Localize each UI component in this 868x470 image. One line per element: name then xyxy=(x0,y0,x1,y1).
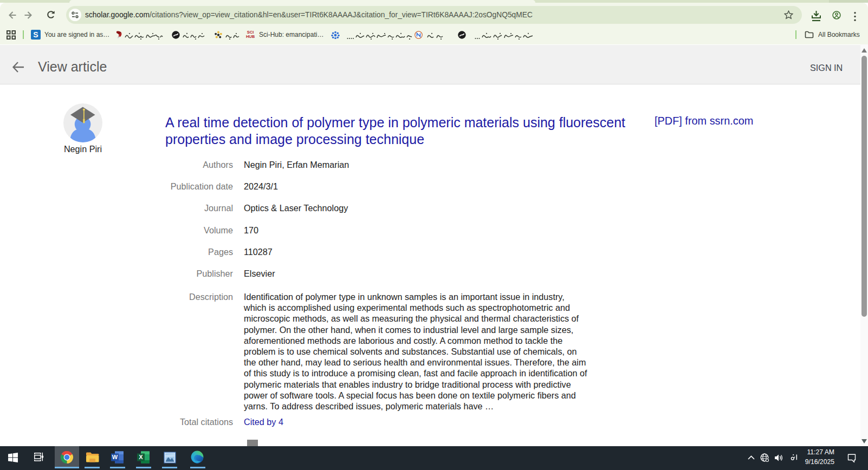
svg-text:X: X xyxy=(139,454,143,460)
svg-text:W: W xyxy=(112,454,118,460)
